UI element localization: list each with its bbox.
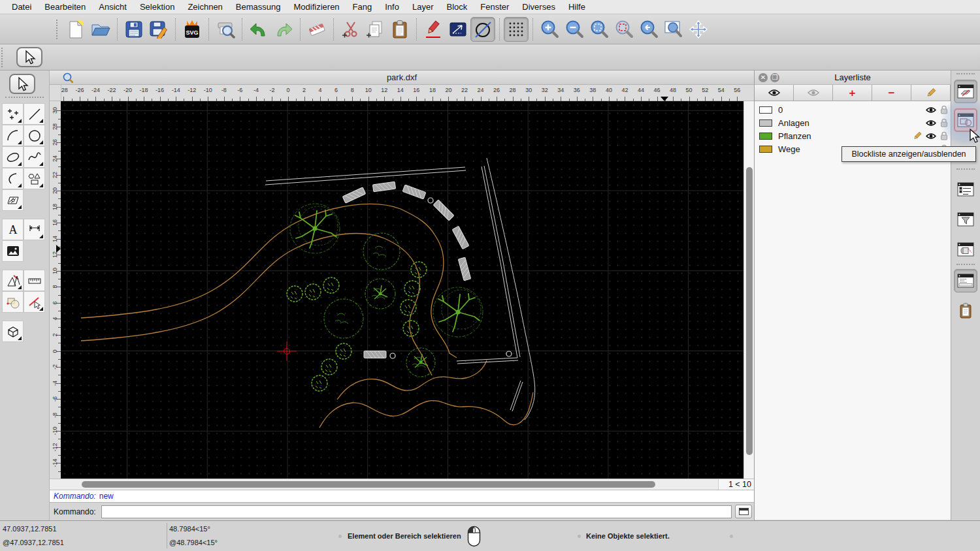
menu-item-diverses[interactable]: Diverses — [515, 0, 562, 14]
menu-item-ansicht[interactable]: Ansicht — [92, 0, 133, 14]
add-layer-button[interactable]: + — [833, 85, 872, 101]
reference-scale-button[interactable] — [446, 17, 470, 42]
menu-item-modifizieren[interactable]: Modifizieren — [287, 0, 346, 14]
modify-selection-button[interactable] — [24, 291, 45, 313]
hatch-tools-button[interactable] — [2, 189, 24, 211]
selection-filter-toggle-button[interactable] — [954, 208, 977, 231]
menu-item-datei[interactable]: Datei — [5, 0, 38, 14]
previous-view-button[interactable] — [636, 17, 661, 42]
menu-item-hilfe[interactable]: Hilfe — [562, 0, 592, 14]
menu-item-fenster[interactable]: Fenster — [474, 0, 515, 14]
svg-export-button[interactable]: SVG — [180, 17, 204, 42]
vertical-scrollbar-thumb[interactable] — [746, 167, 753, 455]
menu-item-selektion[interactable]: Selektion — [133, 0, 181, 14]
float-panel-icon[interactable]: ❐ — [770, 73, 779, 82]
toolbar-handle[interactable] — [1, 48, 5, 67]
cut-button[interactable] — [338, 17, 363, 42]
zoom-selection-button[interactable] — [612, 17, 636, 42]
layer-row-pflanzen[interactable]: Pflanzen — [755, 129, 951, 142]
toolbar-handle[interactable] — [956, 73, 975, 76]
save-button[interactable] — [122, 17, 146, 42]
menu-item-info[interactable]: Info — [378, 0, 406, 14]
paste-button[interactable] — [387, 17, 412, 42]
bench — [434, 200, 455, 221]
menu-item-bemassung[interactable]: Bemassung — [229, 0, 287, 14]
menu-item-fang[interactable]: Fang — [346, 0, 379, 14]
image-tool-button[interactable] — [2, 240, 24, 262]
lock-icon[interactable] — [940, 105, 948, 114]
ruler-label: 4 — [50, 313, 61, 324]
ruler-label: 16 — [50, 217, 61, 228]
edit-layer-button[interactable] — [911, 85, 951, 101]
block-3d-tools-button[interactable] — [2, 321, 24, 342]
cad-tool-palette: A — [0, 71, 50, 520]
layer-row-0[interactable]: 0 — [755, 103, 951, 116]
restrict-off-button[interactable] — [470, 17, 495, 42]
command-input[interactable] — [101, 505, 732, 518]
menu-item-block[interactable]: Block — [440, 0, 474, 14]
point-tools-button[interactable] — [2, 103, 24, 125]
ellipse-tools-button[interactable] — [2, 146, 24, 168]
zoom-in-button[interactable] — [537, 17, 562, 42]
lock-icon[interactable] — [940, 131, 948, 140]
horizontal-scrollbar-thumb[interactable] — [82, 481, 655, 488]
open-file-button[interactable] — [88, 17, 113, 42]
drawing-canvas[interactable] — [61, 101, 743, 479]
ruler-label: 2 — [296, 87, 313, 93]
layer-list-toggle-button[interactable] — [954, 80, 977, 103]
eye-icon[interactable] — [926, 106, 936, 114]
new-file-button[interactable] — [63, 17, 88, 42]
toolbar-handle[interactable] — [56, 20, 60, 39]
arc-tools-button[interactable] — [2, 125, 24, 146]
hide-all-layers-button[interactable] — [794, 85, 833, 101]
copy-button[interactable] — [363, 17, 387, 42]
command-line-toggle-button[interactable] — [954, 269, 977, 292]
dimension-tools-button[interactable] — [24, 219, 45, 240]
show-all-layers-button[interactable] — [755, 85, 794, 101]
command-window-button[interactable] — [735, 505, 752, 518]
status-dot — [730, 535, 733, 538]
close-icon[interactable]: ✕ — [759, 73, 768, 82]
list-icon — [957, 181, 974, 197]
menu-item-zeichnen[interactable]: Zeichnen — [181, 0, 229, 14]
library-browser-toggle-button[interactable] — [954, 178, 977, 201]
eye-icon[interactable] — [926, 133, 936, 140]
undo-button[interactable] — [246, 17, 271, 42]
grid-toggle-button[interactable] — [504, 17, 529, 42]
palette-selection-tool[interactable] — [9, 74, 35, 94]
line-tools-button[interactable] — [24, 103, 45, 125]
horizontal-scrollbar[interactable] — [50, 479, 718, 490]
auto-zoom-button[interactable] — [587, 17, 612, 42]
restrict-off-icon — [474, 20, 492, 39]
draw-pencil-button[interactable] — [421, 17, 446, 42]
layer-panel-title: Layerliste — [834, 72, 871, 82]
shape-tools-button[interactable] — [24, 168, 45, 189]
modify-tools-button[interactable] — [2, 291, 24, 313]
measure-tool-button[interactable] — [24, 270, 45, 291]
redo-button[interactable] — [271, 17, 296, 42]
polyline-tools-button[interactable] — [2, 168, 24, 189]
spline-tools-button[interactable] — [24, 146, 45, 168]
menu-item-bearbeiten[interactable]: Bearbeiten — [38, 0, 92, 14]
circle-tools-button[interactable] — [24, 125, 45, 146]
view-toggle-button[interactable] — [954, 238, 977, 261]
ruler-label: 26 — [488, 87, 505, 93]
lock-icon[interactable] — [940, 118, 948, 127]
selection-tool-button[interactable] — [16, 47, 42, 67]
remove-layer-button[interactable]: − — [872, 85, 911, 101]
bush — [404, 281, 420, 296]
vertical-scrollbar[interactable] — [743, 101, 754, 479]
layer-row-anlagen[interactable]: Anlagen — [755, 116, 951, 129]
text-tools-button[interactable]: A — [2, 219, 24, 240]
zoom-window-button[interactable] — [661, 17, 686, 42]
zoom-out-button[interactable] — [562, 17, 587, 42]
eye-icon[interactable] — [926, 119, 936, 127]
pan-button[interactable] — [686, 17, 711, 42]
menu-item-layer[interactable]: Layer — [406, 0, 440, 14]
draw-settings-button[interactable] — [2, 270, 24, 291]
delete-button[interactable] — [304, 17, 329, 42]
print-preview-button[interactable] — [213, 17, 238, 42]
save-as-button[interactable] — [146, 17, 171, 42]
document-titlebar[interactable]: park.dxf — [50, 71, 754, 85]
clipboard-panel-toggle-button[interactable] — [954, 299, 977, 323]
